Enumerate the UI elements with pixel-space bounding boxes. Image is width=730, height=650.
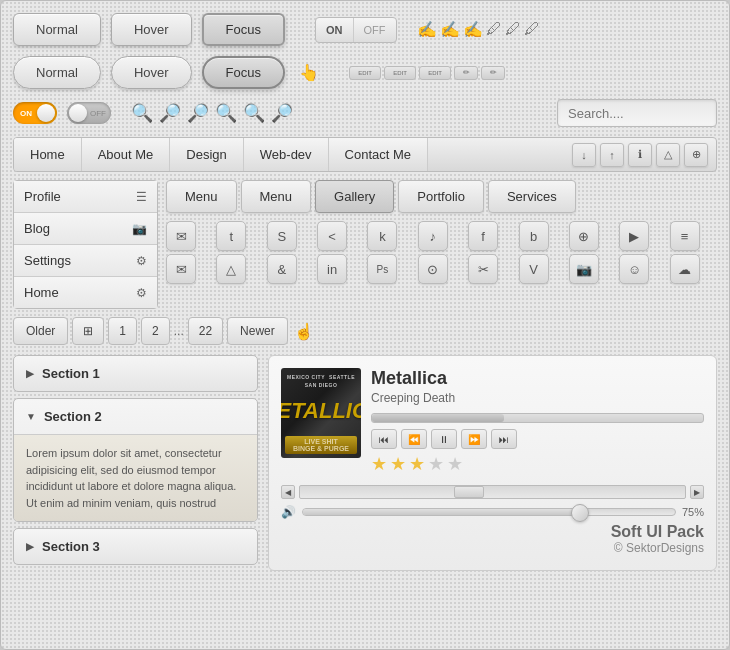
- tab-services[interactable]: Services: [488, 180, 576, 213]
- social-rss[interactable]: ▶: [619, 221, 649, 251]
- scroll-thumb[interactable]: [454, 486, 484, 498]
- zoom-in2-icon[interactable]: 🔍: [215, 102, 237, 124]
- nav-icon-info[interactable]: ℹ: [628, 143, 652, 167]
- social-music[interactable]: ♪: [418, 221, 448, 251]
- zoom-in3-icon[interactable]: 🔍: [243, 102, 265, 124]
- social-b[interactable]: b: [519, 221, 549, 251]
- nav-item-webdev[interactable]: Web-dev: [244, 138, 329, 171]
- deco-icon-1: ✍: [417, 20, 437, 39]
- toggle-on-switch[interactable]: ON: [13, 102, 57, 124]
- ctrl-forward[interactable]: ⏩: [461, 429, 487, 449]
- tag-icon-5: ✏: [481, 66, 505, 80]
- accordion-arrow-3: ▶: [26, 541, 34, 552]
- zoom-in-icon[interactable]: 🔍: [131, 102, 153, 124]
- social-triangle[interactable]: △: [216, 254, 246, 284]
- tab-menu-2[interactable]: Menu: [241, 180, 312, 213]
- social-skype[interactable]: S: [267, 221, 297, 251]
- nav-item-design[interactable]: Design: [170, 138, 243, 171]
- social-facebook[interactable]: f: [468, 221, 498, 251]
- player-info: Metallica Creeping Death ⏮ ⏪ ⏸ ⏩ ⏭: [371, 368, 704, 475]
- nav-icon-up[interactable]: ↑: [600, 143, 624, 167]
- search-input[interactable]: [568, 106, 730, 121]
- zoom-out2-icon[interactable]: 🔎: [271, 102, 293, 124]
- cursor-pointer-icon: 👆: [299, 63, 319, 82]
- accordion: ▶ Section 1 ▼ Section 2 Lorem ipsum dolo…: [13, 355, 258, 571]
- pagination-22[interactable]: 22: [188, 317, 223, 345]
- tab-portfolio[interactable]: Portfolio: [398, 180, 484, 213]
- scroll-track[interactable]: [299, 485, 686, 499]
- sidebar-panel: Profile ☰ Blog 📷 Settings ⚙ Home ⚙: [13, 180, 158, 309]
- social-amp[interactable]: &: [267, 254, 297, 284]
- social-scissors[interactable]: ✂: [468, 254, 498, 284]
- accordion-content-2: Lorem ipsum dolor sit amet, consectetur …: [14, 434, 257, 521]
- social-email[interactable]: ✉: [166, 221, 196, 251]
- social-camera[interactable]: 📷: [569, 254, 599, 284]
- social-mail2[interactable]: ✉: [166, 254, 196, 284]
- hover-pill-btn[interactable]: Hover: [111, 56, 192, 89]
- magnifier-icons-row: 🔍 🔎 🔎 🔍 🔍 🔎: [131, 102, 293, 124]
- pagination-newer[interactable]: Newer: [227, 317, 288, 345]
- social-twitter[interactable]: t: [216, 221, 246, 251]
- social-linkedin[interactable]: in: [317, 254, 347, 284]
- deco-icon-3: ✍: [463, 20, 483, 39]
- accordion-header-3[interactable]: ▶ Section 3: [14, 529, 257, 564]
- social-share[interactable]: <: [317, 221, 347, 251]
- ctrl-next[interactable]: ⏭: [491, 429, 517, 449]
- sidebar-item-profile[interactable]: Profile ☰: [14, 181, 157, 213]
- pagination-older[interactable]: Older: [13, 317, 68, 345]
- tag-icons-row: EDIT EDIT EDIT ✏ ✏: [349, 66, 505, 80]
- pagination-2[interactable]: 2: [141, 317, 170, 345]
- pagination-grid[interactable]: ⊞: [72, 317, 104, 345]
- ctrl-rewind[interactable]: ⏪: [401, 429, 427, 449]
- toggle-off-label: OFF: [354, 18, 396, 42]
- sidebar-item-home[interactable]: Home ⚙: [14, 277, 157, 308]
- nav-icon-globe[interactable]: ⊕: [684, 143, 708, 167]
- social-extra[interactable]: ☁: [670, 254, 700, 284]
- sidebar-settings-icon: ⚙: [136, 254, 147, 268]
- star-4[interactable]: ★: [428, 453, 444, 475]
- zoom-out-icon[interactable]: 🔎: [187, 102, 209, 124]
- social-vimeo[interactable]: V: [519, 254, 549, 284]
- star-1[interactable]: ★: [371, 453, 387, 475]
- star-5[interactable]: ★: [447, 453, 463, 475]
- nav-item-about[interactable]: About Me: [82, 138, 171, 171]
- toggle-off-switch[interactable]: OFF: [67, 102, 111, 124]
- sidebar-item-settings[interactable]: Settings ⚙: [14, 245, 157, 277]
- sidebar-item-blog[interactable]: Blog 📷: [14, 213, 157, 245]
- social-ps[interactable]: Ps: [367, 254, 397, 284]
- pagination-1[interactable]: 1: [108, 317, 137, 345]
- nav-item-contact[interactable]: Contact Me: [329, 138, 428, 171]
- bottom-section: ▶ Section 1 ▼ Section 2 Lorem ipsum dolo…: [13, 355, 717, 571]
- star-3[interactable]: ★: [409, 453, 425, 475]
- nav-item-home[interactable]: Home: [14, 138, 82, 171]
- social-circle[interactable]: ⊙: [418, 254, 448, 284]
- focus-pill-btn[interactable]: Focus: [202, 56, 285, 89]
- accordion-header-1[interactable]: ▶ Section 1: [14, 356, 257, 391]
- normal-pill-btn[interactable]: Normal: [13, 56, 101, 89]
- scroll-left[interactable]: ◀: [281, 485, 295, 499]
- progress-bar[interactable]: [371, 413, 704, 423]
- social-smiley[interactable]: ☺: [619, 254, 649, 284]
- zoom-normal-icon[interactable]: 🔎: [159, 102, 181, 124]
- tab-gallery[interactable]: Gallery: [315, 180, 394, 213]
- volume-track[interactable]: [302, 508, 676, 516]
- tab-menu-1[interactable]: Menu: [166, 180, 237, 213]
- accordion-header-2[interactable]: ▼ Section 2: [14, 399, 257, 434]
- focus-btn-1[interactable]: Focus: [202, 13, 285, 46]
- album-art-inner: MEXICO CITY SEATTLE SAN DIEGO METALLICA …: [281, 368, 361, 458]
- hover-btn-1[interactable]: Hover: [111, 13, 192, 46]
- volume-knob[interactable]: [571, 504, 589, 522]
- social-k[interactable]: k: [367, 221, 397, 251]
- nav-icon-tri[interactable]: △: [656, 143, 680, 167]
- album-label: LIVE SHITBINGE & PURGE: [285, 436, 357, 454]
- star-2[interactable]: ★: [390, 453, 406, 475]
- social-menu[interactable]: ≡: [670, 221, 700, 251]
- search-box[interactable]: 🔍: [557, 99, 717, 127]
- normal-btn-1[interactable]: Normal: [13, 13, 101, 46]
- album-city1: MEXICO CITY: [287, 374, 325, 380]
- ctrl-prev[interactable]: ⏮: [371, 429, 397, 449]
- nav-icon-down[interactable]: ↓: [572, 143, 596, 167]
- ctrl-pause[interactable]: ⏸: [431, 429, 457, 449]
- social-plus[interactable]: ⊕: [569, 221, 599, 251]
- scroll-right[interactable]: ▶: [690, 485, 704, 499]
